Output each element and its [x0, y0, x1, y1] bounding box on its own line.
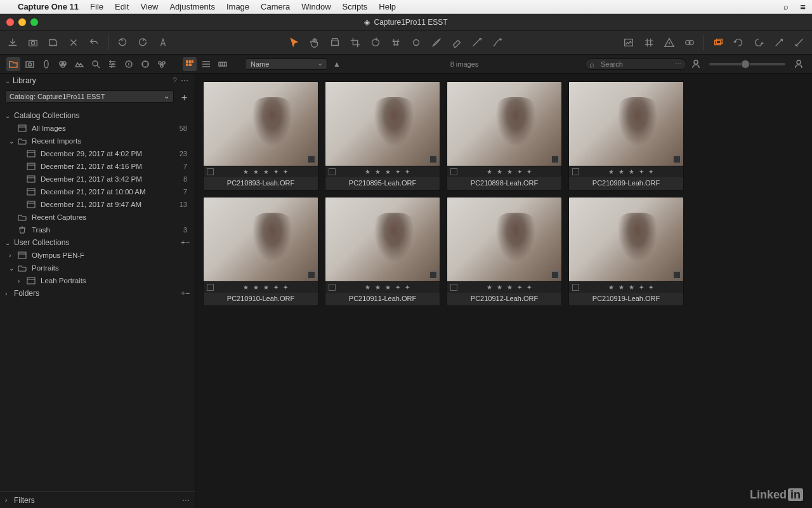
thumb-image[interactable] — [204, 82, 318, 166]
user-collections-header[interactable]: ⌄User Collections + − — [0, 236, 195, 249]
export-icon[interactable] — [47, 36, 60, 49]
minimize-window-button[interactable] — [18, 18, 26, 26]
thumb-checkbox[interactable] — [207, 168, 214, 175]
thumb-checkbox[interactable] — [450, 284, 457, 291]
rating-stars[interactable]: ★ ★ ★ ✦ ✦ — [218, 284, 315, 291]
thumbnail[interactable]: ★ ★ ★ ✦ ✦ PC210893-Leah.ORF — [203, 81, 318, 190]
rating-stars[interactable]: ★ ★ ★ ✦ ✦ — [218, 168, 315, 175]
rating-stars[interactable]: ★ ★ ★ ✦ ✦ — [583, 168, 680, 175]
capture-icon[interactable] — [27, 36, 39, 49]
collapse-icon[interactable] — [793, 36, 806, 49]
thumb-image[interactable] — [447, 197, 561, 281]
thumbnail[interactable]: ★ ★ ★ ✦ ✦ PC210910-Leah.ORF — [203, 197, 318, 306]
rotate-icon[interactable] — [369, 36, 382, 49]
spotlight-icon[interactable]: ⌕ — [783, 2, 789, 11]
help-icon[interactable]: ? — [173, 76, 177, 85]
cursor-icon[interactable] — [288, 36, 301, 49]
menu-adjustments[interactable]: Adjustments — [169, 2, 215, 11]
rating-stars[interactable]: ★ ★ ★ ✦ ✦ — [461, 168, 558, 175]
thumbnail[interactable]: ★ ★ ★ ✦ ✦ PC210919-Leah.ORF — [568, 197, 684, 306]
rating-stars[interactable]: ★ ★ ★ ✦ ✦ — [461, 284, 558, 291]
heal-icon[interactable] — [491, 36, 504, 49]
search-input[interactable]: Search⋯ — [585, 58, 686, 70]
tab-details-icon[interactable] — [89, 57, 103, 71]
tree-leah-portraits[interactable]: ›Leah Portraits — [0, 274, 195, 287]
crop-icon[interactable] — [349, 36, 362, 49]
rating-stars[interactable]: ★ ★ ★ ✦ ✦ — [339, 168, 436, 175]
warning-icon[interactable] — [663, 36, 676, 49]
reset-icon[interactable] — [732, 36, 745, 49]
folders-header[interactable]: ›Folders + − — [0, 287, 195, 300]
tab-color-icon[interactable] — [56, 57, 70, 71]
spot-icon[interactable] — [410, 36, 422, 49]
menu-scripts[interactable]: Scripts — [343, 2, 368, 11]
add-collection-button[interactable]: + — [181, 238, 185, 247]
import-icon[interactable] — [6, 36, 19, 49]
gradient-icon[interactable] — [471, 36, 483, 49]
thumb-image[interactable] — [569, 197, 683, 281]
loupe-icon[interactable] — [329, 36, 341, 49]
menu-help[interactable]: Help — [379, 2, 396, 11]
brush-icon[interactable] — [430, 36, 443, 49]
tree-trash[interactable]: Trash3 — [0, 224, 195, 236]
menu-camera[interactable]: Camera — [261, 2, 290, 11]
remove-folder-button[interactable]: − — [185, 289, 190, 298]
add-folder-button[interactable]: + — [181, 289, 185, 298]
library-panel-header[interactable]: ⌄ Library ? ⋯ — [0, 74, 195, 88]
layers-icon[interactable] — [712, 36, 724, 49]
menu-image[interactable]: Image — [226, 2, 249, 11]
view-grid-icon[interactable] — [183, 57, 197, 71]
remove-collection-button[interactable]: − — [185, 238, 190, 247]
thumb-image[interactable] — [204, 197, 318, 281]
app-name[interactable]: Capture One 11 — [18, 2, 79, 11]
user-right-icon[interactable] — [792, 57, 806, 71]
pan-icon[interactable] — [308, 36, 321, 49]
undo-icon[interactable] — [88, 36, 100, 49]
menu-edit[interactable]: Edit — [115, 2, 129, 11]
view-list-icon[interactable] — [199, 57, 213, 71]
close-window-button[interactable] — [6, 18, 14, 26]
tab-output-icon[interactable] — [138, 57, 152, 71]
keystone-icon[interactable] — [390, 36, 402, 49]
menu-file[interactable]: File — [90, 2, 103, 11]
thumbnail-size-slider[interactable] — [709, 63, 785, 65]
focus-mask-icon[interactable] — [683, 36, 696, 49]
filters-panel-header[interactable]: › Filters ⋯ — [0, 491, 195, 508]
thumb-image[interactable] — [569, 82, 683, 166]
rating-stars[interactable]: ★ ★ ★ ✦ ✦ — [583, 284, 680, 291]
filters-menu-icon[interactable]: ⋯ — [182, 496, 190, 505]
tree-import-3[interactable]: December 21, 2017 at 10:00 AM7 — [0, 185, 195, 198]
expand-icon[interactable] — [773, 36, 785, 49]
zoom-window-button[interactable] — [30, 18, 38, 26]
redo-icon[interactable] — [136, 36, 149, 49]
view-filmstrip-icon[interactable] — [216, 57, 230, 71]
undo2-icon[interactable] — [116, 36, 129, 49]
thumb-checkbox[interactable] — [329, 284, 336, 291]
thumb-checkbox[interactable] — [450, 168, 457, 175]
tree-recent-captures[interactable]: Recent Captures — [0, 211, 195, 224]
user-left-icon[interactable] — [689, 57, 703, 71]
menu-view[interactable]: View — [140, 2, 158, 11]
tree-all-images[interactable]: All Images 58 — [0, 122, 195, 135]
tab-adjust-icon[interactable] — [105, 57, 119, 71]
menu-extras-icon[interactable]: ≡ — [800, 1, 806, 12]
thumbnail[interactable]: ★ ★ ★ ✦ ✦ PC210898-Leah.ORF — [447, 81, 562, 190]
tree-import-1[interactable]: December 21, 2017 at 4:16 PM7 — [0, 160, 195, 173]
thumb-image[interactable] — [325, 197, 440, 281]
thumbnail[interactable]: ★ ★ ★ ✦ ✦ PC210895-Leah.ORF — [325, 81, 440, 190]
reprocess-icon[interactable] — [752, 36, 765, 49]
thumb-checkbox[interactable] — [572, 284, 579, 291]
tab-capture-icon[interactable] — [23, 57, 37, 71]
catalog-collections-header[interactable]: ⌄Catalog Collections — [0, 109, 195, 122]
thumb-checkbox[interactable] — [207, 284, 214, 291]
thumbnail[interactable]: ★ ★ ★ ✦ ✦ PC210912-Leah.ORF — [447, 197, 562, 306]
catalog-select[interactable]: Catalog: Capture1Pro11 ESST — [5, 90, 174, 103]
rating-stars[interactable]: ★ ★ ★ ✦ ✦ — [339, 284, 436, 291]
thumbnail[interactable]: ★ ★ ★ ✦ ✦ PC210909-Leah.ORF — [568, 81, 684, 190]
tab-batch-icon[interactable] — [155, 57, 169, 71]
text-icon[interactable] — [157, 36, 169, 49]
slider-knob[interactable] — [741, 60, 750, 69]
grid-icon[interactable] — [643, 36, 655, 49]
viewer-icon[interactable] — [622, 36, 635, 49]
thumb-checkbox[interactable] — [572, 168, 579, 175]
